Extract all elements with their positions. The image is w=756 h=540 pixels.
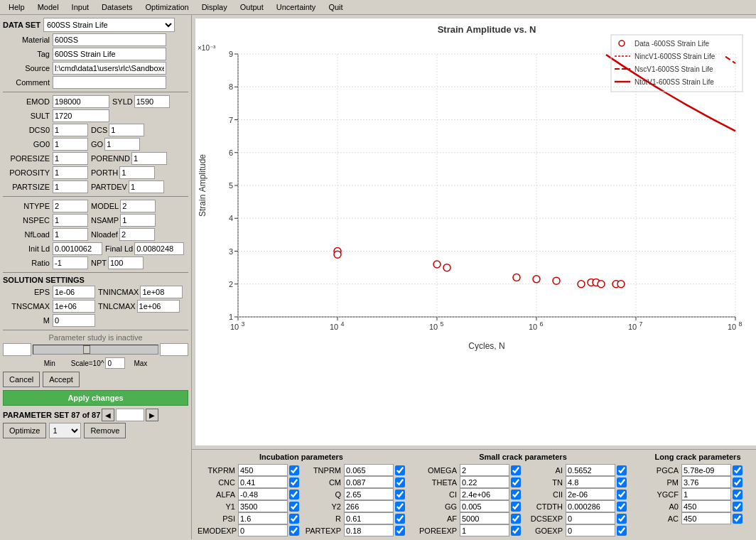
eps-input[interactable] bbox=[53, 286, 95, 298]
emod-input[interactable] bbox=[53, 95, 109, 108]
y2-input[interactable] bbox=[344, 500, 394, 512]
psi-input[interactable] bbox=[238, 512, 288, 524]
ctdth-input[interactable] bbox=[566, 500, 615, 512]
a0-input[interactable] bbox=[681, 500, 731, 512]
ci-input[interactable] bbox=[460, 488, 509, 500]
poresize-input[interactable] bbox=[53, 152, 88, 165]
menu-quit[interactable]: Quit bbox=[323, 1, 348, 13]
omega-input[interactable] bbox=[460, 464, 509, 476]
porennd-input[interactable] bbox=[131, 152, 167, 165]
porth-input[interactable] bbox=[119, 166, 155, 179]
ci-check[interactable] bbox=[511, 490, 521, 500]
menu-optimization[interactable]: Optimization bbox=[139, 1, 194, 13]
go0-input[interactable] bbox=[53, 138, 88, 151]
nfload-input[interactable] bbox=[53, 228, 88, 241]
slider-min-input[interactable] bbox=[3, 343, 31, 356]
partexp-check[interactable] bbox=[395, 526, 405, 536]
psi-check[interactable] bbox=[289, 514, 299, 524]
goexp-check[interactable] bbox=[617, 526, 627, 536]
porosity-input[interactable] bbox=[53, 166, 88, 179]
y1-check[interactable] bbox=[289, 502, 299, 512]
optimize-button[interactable]: Optimize bbox=[3, 423, 46, 438]
r-input[interactable] bbox=[344, 512, 394, 524]
af-check[interactable] bbox=[511, 514, 521, 524]
tag-input[interactable] bbox=[53, 48, 166, 60]
menu-uncertainty[interactable]: Uncertainty bbox=[271, 1, 322, 13]
pgca-input[interactable] bbox=[681, 464, 731, 476]
y2-check[interactable] bbox=[395, 502, 405, 512]
pm-input[interactable] bbox=[681, 476, 731, 488]
initld-input[interactable] bbox=[53, 242, 102, 255]
tnincmax-input[interactable] bbox=[140, 286, 183, 298]
tnlcmax-input[interactable] bbox=[137, 300, 180, 313]
dcs0-input[interactable] bbox=[53, 124, 88, 136]
dataset-select[interactable]: 600SS Strain Life bbox=[43, 18, 175, 32]
ac-input[interactable] bbox=[681, 512, 731, 524]
gg-check[interactable] bbox=[511, 502, 521, 512]
slider-thumb[interactable] bbox=[83, 345, 90, 354]
cm-input[interactable] bbox=[344, 476, 394, 488]
apply-changes-button[interactable]: Apply changes bbox=[3, 390, 188, 406]
material-input[interactable] bbox=[53, 33, 166, 46]
a0-check[interactable] bbox=[733, 502, 742, 512]
ai-check[interactable] bbox=[617, 465, 627, 475]
pgca-check[interactable] bbox=[733, 465, 742, 475]
menu-datasets[interactable]: Datasets bbox=[96, 1, 138, 13]
param-set-prev-button[interactable]: ◀ bbox=[102, 409, 114, 421]
dcs-input[interactable] bbox=[109, 124, 144, 136]
q-check[interactable] bbox=[395, 490, 405, 500]
syld-input[interactable] bbox=[134, 95, 170, 108]
pm-check[interactable] bbox=[733, 477, 742, 487]
slider-max-input[interactable] bbox=[160, 343, 188, 356]
menu-input[interactable]: Input bbox=[66, 1, 94, 13]
r-check[interactable] bbox=[395, 514, 405, 524]
tn-input[interactable] bbox=[566, 476, 615, 488]
cii-check[interactable] bbox=[617, 490, 627, 500]
goexp-input[interactable] bbox=[566, 524, 615, 536]
ygcf-input[interactable] bbox=[681, 488, 731, 500]
cm-check[interactable] bbox=[395, 477, 405, 487]
m-input[interactable] bbox=[53, 314, 95, 327]
model-input[interactable] bbox=[120, 200, 156, 212]
finalld-input[interactable] bbox=[134, 242, 184, 255]
y1-input[interactable] bbox=[238, 500, 288, 512]
menu-help[interactable]: Help bbox=[3, 1, 31, 13]
tnprm-input[interactable] bbox=[344, 464, 394, 476]
tkprm-check[interactable] bbox=[289, 465, 299, 475]
go-input[interactable] bbox=[104, 138, 140, 151]
optimize-select[interactable]: 1 bbox=[49, 423, 81, 438]
accept-button[interactable]: Accept bbox=[43, 372, 80, 387]
source-input[interactable] bbox=[53, 62, 166, 75]
param-set-input[interactable] bbox=[116, 409, 144, 421]
dcsexp-input[interactable] bbox=[566, 512, 615, 524]
menu-model[interactable]: Model bbox=[32, 1, 65, 13]
remove-button[interactable]: Remove bbox=[84, 423, 126, 438]
emodexp-check[interactable] bbox=[289, 526, 299, 536]
tkprm-input[interactable] bbox=[238, 464, 288, 476]
theta-input[interactable] bbox=[460, 476, 509, 488]
scale-input[interactable] bbox=[105, 357, 125, 369]
partsize-input[interactable] bbox=[53, 180, 88, 193]
cii-input[interactable] bbox=[566, 488, 615, 500]
npt-input[interactable] bbox=[108, 256, 144, 269]
tnprm-check[interactable] bbox=[395, 465, 405, 475]
poreexp-check[interactable] bbox=[511, 526, 521, 536]
param-set-next-button[interactable]: ▶ bbox=[146, 409, 158, 421]
q-input[interactable] bbox=[344, 488, 394, 500]
cnc-check[interactable] bbox=[289, 477, 299, 487]
alfa-input[interactable] bbox=[238, 488, 288, 500]
nloadef-input[interactable] bbox=[119, 228, 155, 241]
nsamp-input[interactable] bbox=[120, 214, 156, 227]
theta-check[interactable] bbox=[511, 477, 521, 487]
omega-check[interactable] bbox=[511, 465, 521, 475]
emodexp-input[interactable] bbox=[238, 524, 288, 536]
alfa-check[interactable] bbox=[289, 490, 299, 500]
tn-check[interactable] bbox=[617, 477, 627, 487]
nspec-input[interactable] bbox=[53, 214, 88, 227]
ntype-input[interactable] bbox=[53, 200, 88, 212]
partdev-input[interactable] bbox=[129, 180, 164, 193]
cnc-input[interactable] bbox=[238, 476, 288, 488]
ratio-input[interactable] bbox=[53, 256, 88, 269]
ctdth-check[interactable] bbox=[617, 502, 627, 512]
menu-display[interactable]: Display bbox=[196, 1, 233, 13]
